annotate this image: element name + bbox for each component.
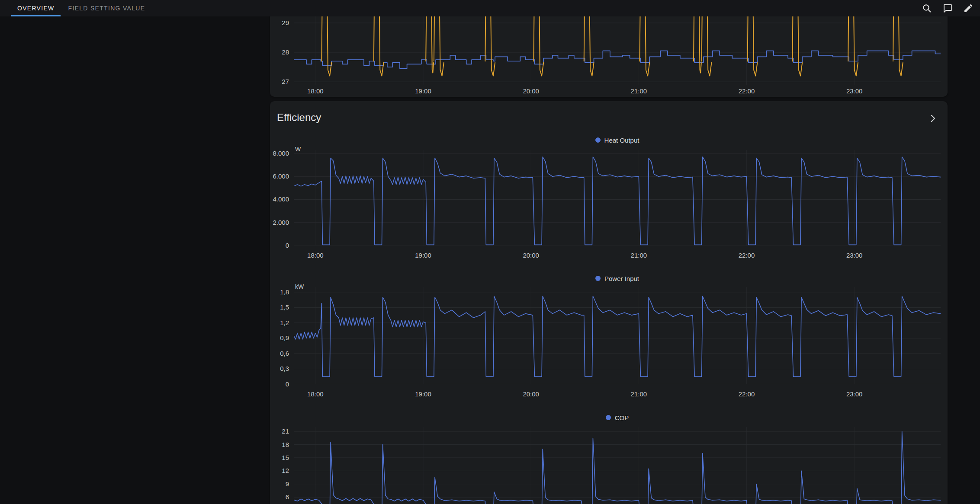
y-tick-label: 0 (286, 380, 289, 388)
x-tick-label: 21:00 (623, 252, 654, 259)
legend-dot-icon (595, 276, 601, 281)
heat-output-plot-area[interactable] (294, 150, 941, 246)
series-temperature-spikes (485, 16, 495, 76)
legend-label: Heat Output (604, 137, 639, 144)
y-tick-label: 15 (282, 454, 289, 462)
tab-label: FIELD SETTING VALUE (68, 5, 145, 12)
x-tick-label: 19:00 (408, 87, 438, 95)
series-temperature-spikes (702, 16, 712, 76)
x-tick-label: 21:00 (623, 87, 654, 95)
legend-power-input[interactable]: Power Input (294, 274, 941, 283)
x-tick-label: 20:00 (516, 390, 546, 398)
tab-overview[interactable]: OVERVIEW (10, 0, 61, 16)
series-temperature-spikes (434, 16, 444, 76)
legend-dot-icon (595, 137, 601, 143)
x-tick-label: 23:00 (839, 252, 870, 259)
power-input-y-axis: 1,81,51,20,90,60,30 (270, 287, 292, 384)
x-tick-label: 20:00 (516, 252, 546, 259)
series-temperature-spikes (792, 16, 802, 76)
cop-plot-area[interactable] (294, 427, 941, 504)
x-tick-label: 18:00 (300, 87, 331, 95)
y-tick-label: 0,6 (280, 350, 289, 357)
dashboard-page: 292827 18:0019:0020:0021:0022:0023:00 Ef… (0, 0, 980, 504)
series-power-input (294, 296, 941, 376)
legend-heat-output[interactable]: Heat Output (294, 136, 941, 144)
chevron-right-icon[interactable] (927, 112, 939, 124)
x-tick-label: 21:00 (623, 390, 654, 398)
card-title: Efficiency (277, 112, 321, 124)
chart-svg (294, 16, 941, 85)
x-tick-label: 18:00 (300, 390, 331, 398)
chart-svg (294, 150, 941, 246)
x-tick-label: 20:00 (516, 87, 546, 95)
y-tick-label: 0,9 (280, 334, 289, 342)
series-temperature-spikes (694, 16, 701, 73)
y-tick-label: 21 (282, 427, 289, 435)
series-temperature-spikes (321, 16, 331, 76)
legend-label: Power Input (604, 275, 639, 282)
efficiency-card: Efficiency Heat Output W 8.0006.0004.000… (270, 101, 948, 504)
x-tick-label: 18:00 (300, 252, 331, 259)
series-temperature-spikes (639, 16, 649, 76)
series-temperature-spikes (893, 16, 903, 76)
series-temperature-actual (294, 51, 941, 69)
tab-field-setting-value[interactable]: FIELD SETTING VALUE (61, 0, 152, 16)
temperature-plot-area[interactable] (294, 16, 941, 85)
series-cop (294, 431, 941, 504)
y-tick-label: 12 (282, 467, 289, 475)
x-tick-label: 23:00 (839, 87, 870, 95)
x-tick-label: 19:00 (408, 390, 438, 398)
y-tick-label: 1,2 (280, 319, 289, 327)
y-tick-label: 27 (282, 78, 289, 86)
y-tick-label: 8.000 (273, 150, 289, 157)
y-tick-label: 0,3 (280, 365, 289, 373)
legend-dot-icon (606, 415, 611, 420)
search-icon[interactable] (921, 3, 932, 14)
series-heat-output (294, 157, 941, 245)
y-tick-label: 9 (286, 480, 289, 488)
series-temperature-spikes (533, 16, 543, 76)
temperature-x-axis: 18:0019:0020:0021:0022:0023:00 (294, 87, 941, 95)
heat-output-y-axis: 8.0006.0004.0002.0000 (270, 150, 292, 246)
chart-svg (294, 287, 941, 384)
app-bar: OVERVIEW FIELD SETTING VALUE (0, 0, 980, 16)
series-temperature-spikes (848, 16, 858, 76)
y-tick-label: 18 (282, 441, 289, 449)
x-tick-label: 22:00 (732, 390, 762, 398)
y-tick-label: 1,8 (280, 288, 289, 296)
x-tick-label: 23:00 (839, 390, 870, 398)
app-bar-icons (921, 0, 980, 16)
legend-label: COP (615, 414, 629, 421)
power-input-x-axis: 18:0019:0020:0021:0022:0023:00 (294, 390, 941, 398)
chart-svg (294, 427, 941, 504)
y-tick-label: 28 (282, 48, 289, 56)
series-temperature-spikes (584, 16, 594, 76)
heat-output-x-axis: 18:0019:0020:0021:0022:0023:00 (294, 252, 941, 259)
power-input-plot-area[interactable] (294, 287, 941, 384)
temperature-y-axis: 292827 (270, 16, 292, 85)
series-temperature-spikes (374, 16, 384, 76)
x-tick-label: 22:00 (732, 87, 762, 95)
tab-label: OVERVIEW (17, 5, 55, 12)
y-tick-label: 29 (282, 19, 289, 27)
y-tick-label: 6 (286, 493, 289, 501)
x-tick-label: 22:00 (732, 252, 762, 259)
y-tick-label: 6.000 (273, 172, 289, 180)
y-tick-label: 0 (286, 242, 289, 249)
y-tick-label: 1,5 (280, 303, 289, 311)
chat-bubble-icon[interactable] (942, 3, 953, 14)
edit-pencil-icon[interactable] (963, 3, 974, 14)
legend-cop[interactable]: COP (294, 413, 941, 422)
series-temperature-spikes (748, 16, 758, 76)
x-tick-label: 19:00 (408, 252, 438, 259)
y-tick-label: 2.000 (273, 219, 289, 226)
y-tick-label: 4.000 (273, 195, 289, 203)
cop-y-axis: 2118151296 (270, 427, 292, 504)
